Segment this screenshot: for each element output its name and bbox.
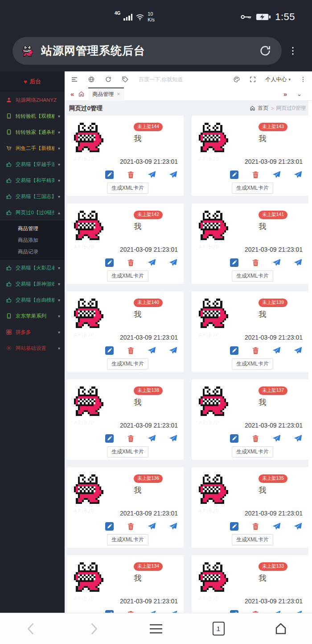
send-icon[interactable] <box>169 170 177 179</box>
theme-palette-icon[interactable] <box>233 76 240 83</box>
sidebar-item[interactable]: 转转验机【双模板】▾ <box>0 108 65 124</box>
tab-count-button[interactable]: 1 <box>205 618 232 640</box>
send-icon[interactable] <box>148 434 156 443</box>
back-icon[interactable] <box>18 618 45 640</box>
send-icon[interactable] <box>148 346 156 355</box>
sidebar-item-label: 交易猫【和平精英】 <box>16 177 54 184</box>
home-button-icon[interactable] <box>267 618 294 640</box>
collapse-menu-icon[interactable] <box>71 76 78 83</box>
fullscreen-icon[interactable] <box>249 76 256 83</box>
send-icon[interactable] <box>169 346 177 355</box>
sidebar-item[interactable]: 闲鱼二手【新模板】▾ <box>0 140 65 156</box>
sidebar-item[interactable]: 交易猫【穿越手游】▾ <box>0 156 65 172</box>
edit-icon[interactable] <box>230 434 238 443</box>
send-icon[interactable] <box>169 522 177 531</box>
send-icon[interactable] <box>169 434 177 443</box>
sidebar-item[interactable]: 网站基础设置▾ <box>0 340 65 356</box>
generate-xml-button[interactable]: 生成XML卡片 <box>107 446 148 457</box>
edit-icon[interactable] <box>230 346 238 355</box>
delete-icon[interactable] <box>127 522 135 531</box>
watermark-text: APIBJD <box>199 332 220 337</box>
card-actions <box>230 434 302 443</box>
send-icon[interactable] <box>294 258 302 267</box>
submenu-item[interactable]: 商品添加 <box>0 234 65 246</box>
edit-icon[interactable] <box>230 258 238 267</box>
breadcrumb-home-link[interactable]: 首页 <box>258 104 268 112</box>
watermark-text: APIBJD <box>199 420 220 425</box>
send-icon[interactable] <box>272 170 281 179</box>
delete-icon[interactable] <box>127 434 135 443</box>
url-pill[interactable]: 站源网管理系统后台 <box>12 37 282 65</box>
sidebar-item-label: 闲鱼二手【新模板】 <box>16 145 54 152</box>
tabs-dropdown-icon[interactable]: ⌄ <box>295 91 304 97</box>
sidebar-item[interactable]: 交易猫【火影忍者】▾ <box>0 260 65 276</box>
user-menu[interactable]: 个人中心▾ <box>265 76 291 83</box>
refresh-icon[interactable] <box>259 44 272 58</box>
generate-xml-button[interactable]: 生成XML卡片 <box>107 534 148 545</box>
delete-icon[interactable] <box>251 346 260 355</box>
generate-xml-button[interactable]: 生成XML卡片 <box>232 270 273 282</box>
forward-icon[interactable] <box>80 618 107 640</box>
send-icon[interactable] <box>148 258 156 267</box>
submenu-item[interactable]: 商品记录 <box>0 246 65 258</box>
edit-icon[interactable] <box>105 170 114 179</box>
edit-icon[interactable] <box>105 434 114 443</box>
sidebar-item[interactable]: 交易猫【自由模板】▾ <box>0 292 65 308</box>
delete-icon[interactable] <box>127 170 135 179</box>
product-card: 未上架139 我 APIBJD 2021-03-09 21:23:01 生成XM… <box>192 291 308 372</box>
status-badge: 未上架140 <box>134 299 163 307</box>
send-icon[interactable] <box>272 434 281 443</box>
send-icon[interactable] <box>148 170 156 179</box>
browser-menu-icon[interactable] <box>282 46 304 56</box>
sidebar-item[interactable]: 交易猫【原神游戏】▾ <box>0 276 65 292</box>
sidebar-item[interactable]: 京东苹果系列▾ <box>0 308 65 324</box>
tabs-scroll-right-icon[interactable]: » <box>281 90 288 98</box>
send-icon[interactable] <box>294 522 302 531</box>
send-icon[interactable] <box>169 258 177 267</box>
edit-icon[interactable] <box>105 522 114 531</box>
generate-xml-button[interactable]: 生成XML卡片 <box>107 183 148 194</box>
delete-icon[interactable] <box>251 170 260 179</box>
generate-xml-button[interactable]: 生成XML卡片 <box>232 446 273 457</box>
sidebar-item[interactable]: 拼多多▾ <box>0 324 65 340</box>
sidebar-item[interactable]: 转转独家【通杀模板】▾ <box>0 124 65 140</box>
toolbar-more-icon[interactable] <box>300 76 307 83</box>
menu-icon[interactable] <box>143 618 169 640</box>
edit-icon[interactable] <box>105 258 114 267</box>
globe-icon[interactable] <box>88 76 95 83</box>
tab-product-management[interactable]: 商品管理 × <box>88 87 124 101</box>
scrollbar-track[interactable] <box>308 101 312 613</box>
sidebar-item[interactable]: 网页过0【过0链接】▴ <box>0 204 65 220</box>
sidebar-item[interactable]: 交易猫【三国志】▾ <box>0 188 65 204</box>
send-icon[interactable] <box>272 346 281 355</box>
page-refresh-icon[interactable] <box>105 76 112 83</box>
generate-xml-button[interactable]: 生成XML卡片 <box>232 183 273 194</box>
sidebar-user[interactable]: 站源网络ZHANYZ <box>0 92 65 108</box>
tab-close-icon[interactable]: × <box>117 91 120 97</box>
delete-icon[interactable] <box>251 434 260 443</box>
sidebar-item[interactable]: 交易猫【和平精英】▾ <box>0 172 65 188</box>
send-icon[interactable] <box>294 346 302 355</box>
delete-icon[interactable] <box>251 258 260 267</box>
delete-icon[interactable] <box>251 522 260 531</box>
submenu-item[interactable]: 商品管理 <box>0 223 65 234</box>
send-icon[interactable] <box>272 522 281 531</box>
tag-icon[interactable] <box>122 76 129 83</box>
send-icon[interactable] <box>148 522 156 531</box>
generate-xml-button[interactable]: 生成XML卡片 <box>107 270 148 282</box>
send-icon[interactable] <box>294 170 302 179</box>
delete-icon[interactable] <box>127 346 135 355</box>
tabs-scroll-left-icon[interactable]: « <box>68 90 75 98</box>
caret-up-icon: ▴ <box>58 210 60 215</box>
edit-icon[interactable] <box>230 522 238 531</box>
send-icon[interactable] <box>294 434 302 443</box>
edit-icon[interactable] <box>105 346 114 355</box>
edit-icon[interactable] <box>230 170 238 179</box>
tab-home-icon[interactable] <box>78 91 85 97</box>
generate-xml-button[interactable]: 生成XML卡片 <box>107 358 148 370</box>
generate-xml-button[interactable]: 生成XML卡片 <box>232 358 273 370</box>
delete-icon[interactable] <box>127 258 135 267</box>
search-input[interactable] <box>139 76 230 83</box>
generate-xml-button[interactable]: 生成XML卡片 <box>232 534 273 545</box>
send-icon[interactable] <box>272 258 281 267</box>
